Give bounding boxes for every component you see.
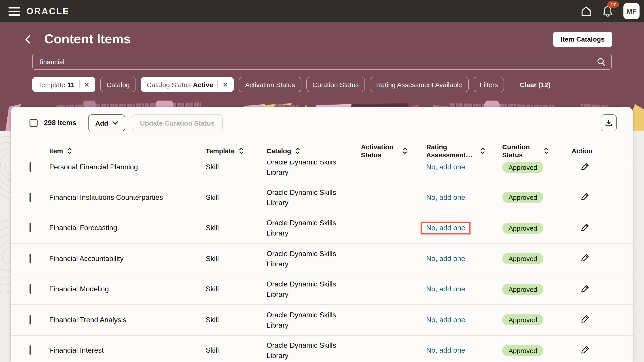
row-checkbox[interactable] xyxy=(30,285,31,294)
page-title: Content Items xyxy=(44,32,131,46)
search-input[interactable] xyxy=(32,54,612,70)
filter-chip-filters[interactable]: Filters xyxy=(474,77,504,92)
rating-assessment-cell: No, add one xyxy=(426,163,502,171)
curation-status-badge: Approved xyxy=(502,192,544,203)
row-checkbox[interactable] xyxy=(30,254,31,263)
sort-icon[interactable] xyxy=(402,147,408,155)
chevron-down-icon xyxy=(112,121,118,125)
rating-assessment-link[interactable]: No, add one xyxy=(426,194,465,201)
filter-chip-curation-status[interactable]: Curation Status xyxy=(306,77,365,92)
table-header-row: ItemTemplateCatalogActivation StatusRati… xyxy=(11,141,633,161)
template-cell: Skill xyxy=(206,163,266,171)
table-row: Financial InterestSkillOracle Dynamic Sk… xyxy=(11,336,633,362)
item-name-cell: Financial Accountability xyxy=(49,255,206,263)
back-button[interactable] xyxy=(24,34,31,44)
download-icon xyxy=(605,119,613,127)
table-toolbar: 298 items Add Update Curation Status xyxy=(11,107,633,131)
edit-button[interactable] xyxy=(580,223,590,232)
row-checkbox[interactable] xyxy=(30,223,31,233)
chip-label: Catalog Status xyxy=(147,81,191,88)
rating-assessment-cell: No, add one xyxy=(426,347,502,355)
table-row-clipped: Personal Financial PlanningSkillOracle D… xyxy=(11,161,633,182)
chip-remove-icon[interactable]: ✕ xyxy=(84,81,90,88)
edit-button[interactable] xyxy=(580,192,590,201)
filter-chips-row: Template11✕CatalogCatalog StatusActive✕A… xyxy=(32,77,612,92)
edit-button[interactable] xyxy=(580,345,590,355)
item-name-cell: Financial Forecasting xyxy=(49,224,206,232)
rating-assessment-link[interactable]: No, add one xyxy=(426,163,465,171)
action-cell xyxy=(572,162,633,173)
rating-assessment-link[interactable]: No, add one xyxy=(426,316,465,324)
chip-label: Activation Status xyxy=(245,81,295,88)
app-root: ORACLE 17 MF Co xyxy=(0,0,644,362)
rating-assessment-cell: No, add one xyxy=(426,255,502,263)
rating-assessment-link[interactable]: No, add one xyxy=(426,224,465,232)
edit-button[interactable] xyxy=(580,314,590,324)
column-header-label: Activation Status xyxy=(361,143,398,159)
items-count: 298 items xyxy=(44,119,76,127)
curation-status-badge: Approved xyxy=(502,314,544,326)
filter-chip-catalog-status[interactable]: Catalog StatusActive✕ xyxy=(141,77,234,92)
column-header-item[interactable]: Item xyxy=(49,147,206,155)
column-header-catalog[interactable]: Catalog xyxy=(266,147,361,155)
column-header-label: Catalog xyxy=(266,147,291,155)
chip-label: Curation Status xyxy=(312,81,359,88)
row-checkbox[interactable] xyxy=(30,346,31,355)
item-name-cell: Financial Modeling xyxy=(49,285,206,293)
edit-button[interactable] xyxy=(580,162,590,171)
sort-icon[interactable] xyxy=(239,147,244,155)
filter-chip-template[interactable]: Template11✕ xyxy=(32,77,96,92)
template-cell: Skill xyxy=(206,347,266,355)
row-checkbox[interactable] xyxy=(30,193,31,202)
curation-status-badge: Approved xyxy=(502,284,544,295)
download-button[interactable] xyxy=(600,114,617,131)
avatar[interactable]: MF xyxy=(624,3,640,19)
filter-chip-catalog[interactable]: Catalog xyxy=(100,77,136,92)
row-checkbox[interactable] xyxy=(30,162,31,172)
filter-chip-activation-status[interactable]: Activation Status xyxy=(239,77,301,92)
rating-assessment-link[interactable]: No, add one xyxy=(426,255,465,262)
sort-icon[interactable] xyxy=(295,147,300,155)
catalog-cell: Oracle Dynamic Skills Library xyxy=(266,279,347,300)
sort-icon[interactable] xyxy=(544,147,549,155)
column-header-curation-status[interactable]: Curation Status xyxy=(502,143,572,159)
table-row: Financial ModelingSkillOracle Dynamic Sk… xyxy=(11,274,633,305)
edit-button[interactable] xyxy=(580,284,590,293)
sort-icon[interactable] xyxy=(480,147,485,155)
sort-icon[interactable] xyxy=(67,147,72,155)
item-name-cell: Financial Interest xyxy=(49,347,206,355)
notifications-button[interactable]: 17 xyxy=(602,5,614,17)
add-button[interactable]: Add xyxy=(88,114,125,131)
column-header-rating-assessment[interactable]: Rating Assessment… xyxy=(426,143,502,159)
table-row: Financial Trend AnalysisSkillOracle Dyna… xyxy=(11,305,633,336)
column-header-label: Action xyxy=(572,147,592,155)
column-header-label: Curation Status xyxy=(502,143,540,159)
top-bar: ORACLE 17 MF xyxy=(0,0,644,22)
chip-remove-icon[interactable]: ✕ xyxy=(222,81,228,88)
search-icon[interactable] xyxy=(596,57,606,68)
content-items-card: 298 items Add Update Curation Status Ite… xyxy=(11,107,633,362)
rating-assessment-link[interactable]: No, add one xyxy=(426,285,465,293)
rating-assessment-link[interactable]: No, add one xyxy=(426,347,465,354)
item-name-cell: Financial Institutions Counterparties xyxy=(49,194,206,202)
hamburger-menu-icon[interactable] xyxy=(8,7,20,15)
column-header-activation-status[interactable]: Activation Status xyxy=(361,143,426,159)
action-cell xyxy=(572,314,633,326)
edit-button[interactable] xyxy=(580,253,590,263)
home-button[interactable] xyxy=(580,5,592,17)
table-row: Personal Financial PlanningSkillOracle D… xyxy=(11,161,633,182)
topbar-actions: 17 MF xyxy=(580,3,640,19)
row-checkbox[interactable] xyxy=(30,315,31,325)
template-cell: Skill xyxy=(206,255,266,263)
clear-filters-link[interactable]: Clear (12) xyxy=(520,81,550,88)
catalog-cell: Oracle Dynamic Skills Library xyxy=(266,161,347,177)
catalog-cell: Oracle Dynamic Skills Library xyxy=(266,218,347,238)
column-header-template[interactable]: Template xyxy=(206,147,266,155)
curation-status-badge: Approved xyxy=(502,223,544,234)
column-header-action: Action xyxy=(572,147,633,155)
select-all-checkbox[interactable] xyxy=(30,119,38,127)
item-name-cell: Financial Trend Analysis xyxy=(49,316,206,324)
filter-chip-rating-assessment-available[interactable]: Rating Assessment Available xyxy=(370,77,468,92)
update-curation-status-button[interactable]: Update Curation Status xyxy=(132,114,222,131)
item-catalogs-button[interactable]: Item Catalogs xyxy=(553,31,612,47)
